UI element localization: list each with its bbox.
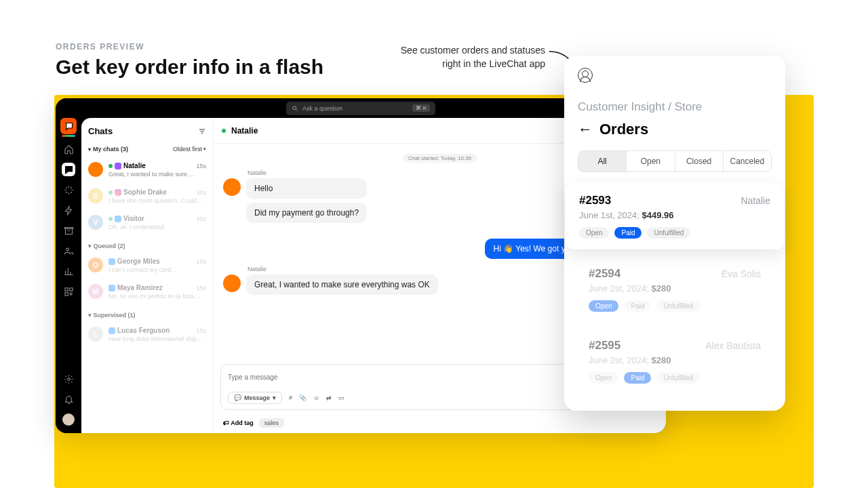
back-icon[interactable]: ← — [578, 121, 593, 138]
card-icon[interactable]: ▭ — [338, 394, 344, 401]
customer-avatar — [223, 274, 241, 292]
home-icon[interactable] — [62, 142, 75, 156]
order-meta: June 2st, 2024; $280 — [589, 283, 761, 293]
lightning-icon[interactable] — [62, 203, 75, 217]
headline: Get key order info in a flash — [56, 56, 323, 79]
search-kbd: ⌘ K — [412, 104, 430, 112]
chat-time: 15s — [196, 285, 206, 291]
chat-preview: How long does international ship… — [108, 336, 206, 342]
chat-list-item[interactable]: S Sophie Drake30s I have one more questi… — [81, 183, 213, 209]
status-pill: Paid — [624, 372, 651, 384]
hash-icon[interactable]: # — [289, 394, 292, 401]
emoji-icon[interactable]: ☺ — [313, 394, 319, 401]
tab-all[interactable]: All — [578, 151, 627, 171]
breadcrumb: Customer Insight / Store — [578, 100, 772, 114]
svg-point-2 — [66, 248, 68, 251]
order-id: #2593 — [579, 194, 611, 207]
nav-rail — [56, 118, 81, 433]
order-customer: Natalie — [741, 195, 770, 206]
status-pill: Unfulfilled — [656, 300, 700, 312]
chat-list-panel: Chats ▾My chats (3) Oldest first ▾ Natal… — [81, 118, 214, 433]
chat-preview: Great, I wanted to make sure… — [108, 171, 206, 178]
svg-point-0 — [293, 106, 296, 109]
shuffle-icon[interactable]: ⇄ — [326, 394, 332, 401]
avatar — [88, 162, 103, 177]
person-icon — [578, 68, 593, 83]
status-dot-icon — [108, 190, 113, 195]
order-customer: Alex Bautista — [705, 340, 761, 351]
settings-icon[interactable] — [62, 372, 75, 386]
order-card[interactable]: #2593Natalie June 1st, 2024; $449.96 Ope… — [566, 183, 784, 249]
chat-time: 15s — [196, 163, 206, 169]
order-card[interactable]: #2595Alex Bautista June 2st, 2024; $280 … — [578, 329, 772, 393]
orders-tabs: AllOpenClosedCanceled — [578, 150, 772, 172]
chat-preview: I have one more question. Could… — [108, 197, 206, 204]
order-id: #2595 — [589, 339, 620, 352]
avatar: L — [88, 327, 103, 342]
panel-title: Orders — [599, 121, 648, 138]
status-pill: Paid — [624, 300, 651, 312]
avatar: S — [88, 188, 103, 203]
engage-icon[interactable] — [62, 183, 75, 197]
attach-icon[interactable]: 📎 — [299, 394, 307, 401]
order-id: #2594 — [589, 267, 620, 281]
annotation: See customer orders and statuses right i… — [382, 44, 545, 70]
tab-open[interactable]: Open — [627, 151, 675, 171]
archive-icon[interactable] — [62, 224, 75, 237]
sort-dropdown[interactable]: Oldest first ▾ — [173, 146, 206, 152]
order-card[interactable]: #2594Eva Solis June 2st, 2024; $280 Open… — [578, 258, 772, 321]
chat-list-item[interactable]: O George Miles15s I can't connect my car… — [81, 252, 213, 279]
chat-preview: No, no veo mi pedido en la lista… — [108, 293, 206, 300]
message-bubble: Did my payment go through? — [246, 203, 367, 223]
svg-rect-5 — [64, 292, 67, 295]
status-dot-icon — [222, 129, 226, 133]
my-chats-toggle[interactable]: ▾My chats (3) — [88, 146, 128, 152]
customer-avatar — [223, 178, 241, 196]
status-dot-icon — [108, 164, 113, 168]
queued-toggle[interactable]: ▾ Queued (2) — [81, 236, 213, 252]
chat-list-item[interactable]: M Maya Ramirez15s No, no veo mi pedido e… — [81, 279, 213, 305]
status-pill: Unfulfilled — [656, 372, 700, 384]
channel-icon — [115, 163, 121, 169]
chat-list-item[interactable]: V Visitor45s Oh, ok. I understand — [81, 209, 213, 236]
chat-name: Maya Ramirez — [117, 284, 163, 291]
reports-icon[interactable] — [62, 264, 75, 278]
chat-time: 30s — [196, 189, 206, 196]
apps-icon[interactable] — [62, 285, 75, 298]
search-bar[interactable]: Ask a question ⌘ K — [286, 102, 435, 115]
profile-avatar[interactable] — [62, 413, 75, 426]
chats-icon[interactable] — [62, 163, 75, 176]
chat-name: Lucas Ferguson — [117, 327, 170, 334]
avatar: V — [88, 215, 103, 230]
people-icon[interactable] — [62, 244, 75, 258]
svg-point-6 — [67, 378, 70, 380]
filter-icon[interactable] — [198, 127, 206, 136]
chat-preview: I can't connect my card… — [108, 266, 206, 273]
channel-icon — [115, 216, 121, 222]
channel-icon — [115, 189, 121, 196]
chat-name: George Miles — [117, 258, 160, 265]
add-tag-button[interactable]: 🏷 Add tag — [223, 420, 254, 426]
chats-title: Chats — [88, 126, 113, 136]
order-meta: June 1st, 2024; $449.96 — [579, 210, 770, 220]
message-type-button[interactable]: 💬 Message ▾ — [228, 392, 282, 404]
message-bubble: Hello — [246, 178, 367, 199]
svg-rect-1 — [65, 228, 72, 234]
svg-rect-4 — [69, 287, 72, 290]
bell-icon[interactable] — [62, 392, 75, 406]
tab-closed[interactable]: Closed — [675, 151, 724, 171]
chat-time: 15s — [196, 258, 206, 265]
chat-list-item[interactable]: L Lucas Ferguson15s How long does intern… — [81, 321, 213, 348]
chat-list-item[interactable]: Natalie15s Great, I wanted to make sure… — [81, 157, 213, 183]
channel-icon — [108, 258, 115, 265]
channel-icon — [108, 285, 115, 291]
supervised-toggle[interactable]: ▾ Supervised (1) — [81, 305, 213, 321]
tab-canceled[interactable]: Canceled — [724, 151, 771, 171]
status-pill: Unfulfilled — [647, 227, 690, 239]
app-logo[interactable] — [60, 118, 77, 134]
status-pill: Open — [589, 372, 618, 384]
chat-name: Natalie — [123, 162, 146, 169]
tag-chip[interactable]: sales — [259, 418, 284, 428]
chat-time: 15s — [196, 327, 206, 334]
chat-started-label: Chat started: Today, 10:38 — [403, 154, 477, 163]
